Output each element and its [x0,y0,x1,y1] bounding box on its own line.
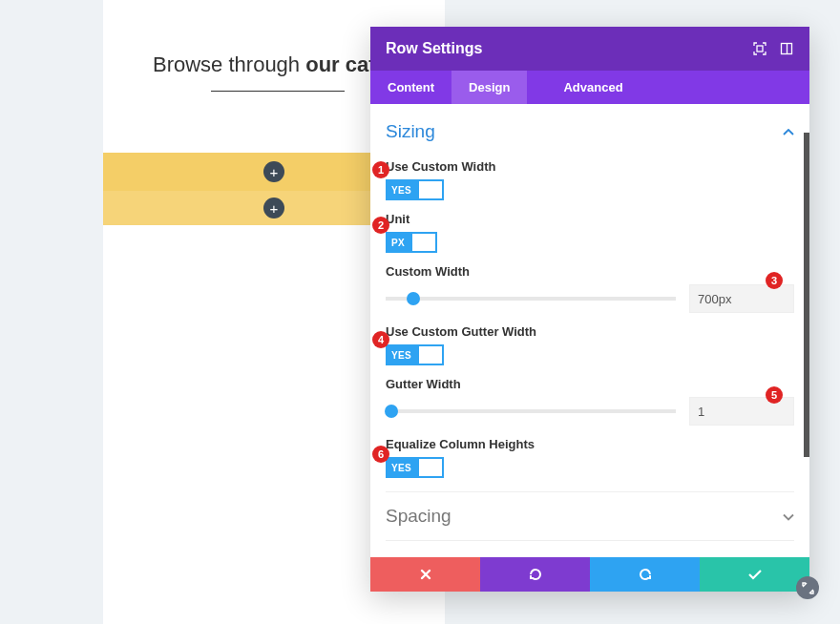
custom-width-label: Custom Width [386,264,794,279]
section-border-header[interactable]: Border [386,540,794,557]
toggle-handle [419,459,442,476]
modal-header[interactable]: Row Settings [370,27,809,71]
use-custom-width-toggle[interactable]: YES [386,179,444,200]
section-spacing-title: Spacing [386,506,452,527]
gutter-width-row [386,397,794,426]
toggle-handle [419,181,442,198]
modal-tabs: Content Design Advanced [370,71,809,104]
equalize-heights-toggle[interactable]: YES [386,457,444,478]
scroll-area[interactable]: Sizing Use Custom Width YES Unit PX Cust… [370,104,809,557]
annotation-badge: 5 [766,386,783,404]
annotation-badge: 4 [372,331,389,348]
expand-icon[interactable] [752,41,767,56]
gutter-width-label: Gutter Width [386,377,794,391]
unit-label: Unit [386,212,794,226]
scrollbar[interactable] [804,133,809,457]
tab-content[interactable]: Content [370,71,452,104]
chevron-up-icon [783,124,794,139]
modal-body: Sizing Use Custom Width YES Unit PX Cust… [370,104,809,557]
toggle-label: PX [386,238,410,248]
section-border-title: Border [386,554,440,557]
svg-rect-0 [757,46,763,52]
heading-underline [211,91,345,92]
custom-width-input[interactable] [689,284,794,313]
row-settings-modal: Row Settings Content Design Advanced Siz… [370,27,809,592]
toggle-handle [412,234,435,251]
modal-title: Row Settings [386,40,482,57]
gutter-width-slider[interactable] [386,409,676,413]
annotation-badge: 3 [766,272,783,289]
modal-footer [370,557,809,592]
undo-button[interactable] [480,557,590,592]
equalize-heights-label: Equalize Column Heights [386,437,794,451]
slider-thumb[interactable] [385,405,398,418]
tab-design[interactable]: Design [452,71,527,104]
annotation-badge: 1 [372,161,389,178]
use-custom-width-label: Use Custom Width [386,159,794,174]
toggle-handle [419,346,442,364]
annotation-badge: 2 [372,217,389,234]
slider-thumb[interactable] [407,292,420,305]
toggle-label: YES [386,185,417,196]
use-custom-gutter-toggle[interactable]: YES [386,344,444,365]
section-spacing-header[interactable]: Spacing [386,491,794,540]
chevron-down-icon [783,509,794,524]
annotation-badge: 6 [372,446,389,463]
redo-button[interactable] [590,557,700,592]
custom-width-row [386,284,794,313]
snap-icon[interactable] [779,41,794,56]
heading-light: Browse through [153,52,305,76]
resize-handle[interactable] [796,576,819,599]
unit-toggle[interactable]: PX [386,232,437,253]
custom-width-slider[interactable] [386,297,676,301]
add-module-button[interactable]: + [263,161,284,182]
section-sizing-header[interactable]: Sizing [386,115,794,148]
cancel-button[interactable] [370,557,480,592]
save-button[interactable] [700,557,809,592]
section-sizing-title: Sizing [386,121,435,142]
toggle-label: YES [386,350,417,361]
modal-header-actions [752,41,794,56]
toggle-label: YES [386,463,417,473]
use-custom-gutter-label: Use Custom Gutter Width [386,324,794,339]
add-module-button[interactable]: + [263,198,284,218]
tab-advanced[interactable]: Advanced [546,71,640,104]
